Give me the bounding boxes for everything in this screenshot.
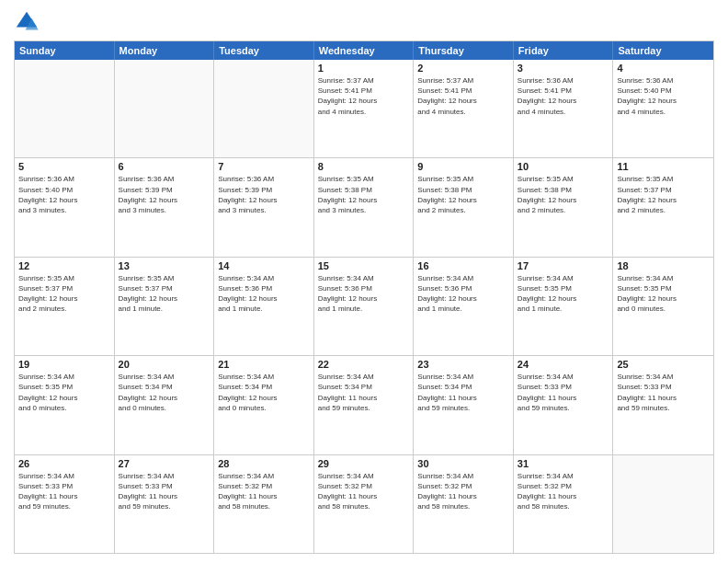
day-info: Sunrise: 5:34 AM Sunset: 5:34 PM Dayligh… [218,372,310,413]
calendar-day-25: 25Sunrise: 5:34 AM Sunset: 5:33 PM Dayli… [613,356,713,454]
calendar-row-5: 26Sunrise: 5:34 AM Sunset: 5:33 PM Dayli… [15,454,713,553]
day-info: Sunrise: 5:36 AM Sunset: 5:40 PM Dayligh… [18,174,110,215]
page: SundayMondayTuesdayWednesdayThursdayFrid… [0,0,728,563]
day-number: 16 [417,260,509,271]
weekday-header-sunday: Sunday [15,41,115,60]
calendar-day-23: 23Sunrise: 5:34 AM Sunset: 5:34 PM Dayli… [414,356,514,454]
day-number: 4 [617,63,710,74]
calendar-day-13: 13Sunrise: 5:35 AM Sunset: 5:37 PM Dayli… [115,258,215,355]
calendar-day-3: 3Sunrise: 5:36 AM Sunset: 5:41 PM Daylig… [514,60,614,157]
calendar-day-10: 10Sunrise: 5:35 AM Sunset: 5:38 PM Dayli… [514,158,614,256]
day-info: Sunrise: 5:34 AM Sunset: 5:32 PM Dayligh… [318,471,410,512]
day-info: Sunrise: 5:34 AM Sunset: 5:33 PM Dayligh… [18,471,110,512]
day-number: 30 [417,458,509,469]
day-number: 3 [518,63,609,74]
day-info: Sunrise: 5:35 AM Sunset: 5:38 PM Dayligh… [318,174,410,215]
day-number: 28 [218,458,310,469]
day-info: Sunrise: 5:34 AM Sunset: 5:36 PM Dayligh… [318,273,410,315]
day-number: 29 [318,458,410,469]
day-number: 27 [119,458,210,469]
logo-icon [14,9,40,35]
day-number: 21 [218,359,310,370]
day-info: Sunrise: 5:36 AM Sunset: 5:39 PM Dayligh… [218,174,310,215]
day-number: 31 [518,458,609,469]
calendar-day-18: 18Sunrise: 5:34 AM Sunset: 5:35 PM Dayli… [613,258,713,355]
calendar-header: SundayMondayTuesdayWednesdayThursdayFrid… [15,41,713,60]
day-info: Sunrise: 5:34 AM Sunset: 5:34 PM Dayligh… [119,372,210,413]
calendar-day-2: 2Sunrise: 5:37 AM Sunset: 5:41 PM Daylig… [414,60,514,157]
calendar-day-8: 8Sunrise: 5:35 AM Sunset: 5:38 PM Daylig… [314,158,415,256]
day-number: 14 [218,260,310,271]
day-number: 11 [617,161,710,172]
logo [14,9,43,35]
calendar-day-6: 6Sunrise: 5:36 AM Sunset: 5:39 PM Daylig… [115,158,215,256]
calendar-day-4: 4Sunrise: 5:36 AM Sunset: 5:40 PM Daylig… [613,60,713,157]
day-number: 22 [318,359,410,370]
day-info: Sunrise: 5:34 AM Sunset: 5:36 PM Dayligh… [417,273,509,315]
day-info: Sunrise: 5:34 AM Sunset: 5:35 PM Dayligh… [18,372,110,413]
day-info: Sunrise: 5:35 AM Sunset: 5:37 PM Dayligh… [617,174,710,215]
calendar-day-14: 14Sunrise: 5:34 AM Sunset: 5:36 PM Dayli… [214,258,314,355]
calendar-day-21: 21Sunrise: 5:34 AM Sunset: 5:34 PM Dayli… [214,356,314,454]
calendar-day-15: 15Sunrise: 5:34 AM Sunset: 5:36 PM Dayli… [314,258,415,355]
calendar-day-24: 24Sunrise: 5:34 AM Sunset: 5:33 PM Dayli… [514,356,614,454]
calendar-empty-cell [15,60,115,157]
weekday-header-saturday: Saturday [613,41,713,60]
weekday-header-thursday: Thursday [414,41,514,60]
day-number: 19 [18,359,110,370]
day-number: 2 [417,63,509,74]
day-info: Sunrise: 5:35 AM Sunset: 5:37 PM Dayligh… [18,273,110,315]
calendar-day-1: 1Sunrise: 5:37 AM Sunset: 5:41 PM Daylig… [314,60,415,157]
calendar-row-4: 19Sunrise: 5:34 AM Sunset: 5:35 PM Dayli… [15,355,713,454]
weekday-header-monday: Monday [115,41,215,60]
day-number: 23 [417,359,509,370]
day-number: 10 [518,161,609,172]
day-info: Sunrise: 5:35 AM Sunset: 5:38 PM Dayligh… [518,174,609,215]
day-number: 8 [318,161,410,172]
day-info: Sunrise: 5:34 AM Sunset: 5:34 PM Dayligh… [417,372,509,413]
calendar-day-22: 22Sunrise: 5:34 AM Sunset: 5:34 PM Dayli… [314,356,415,454]
day-info: Sunrise: 5:34 AM Sunset: 5:33 PM Dayligh… [617,372,710,413]
weekday-header-wednesday: Wednesday [314,41,415,60]
day-info: Sunrise: 5:34 AM Sunset: 5:32 PM Dayligh… [417,471,509,512]
day-info: Sunrise: 5:37 AM Sunset: 5:41 PM Dayligh… [318,75,410,117]
calendar-day-20: 20Sunrise: 5:34 AM Sunset: 5:34 PM Dayli… [115,356,215,454]
day-info: Sunrise: 5:36 AM Sunset: 5:41 PM Dayligh… [518,75,609,117]
day-info: Sunrise: 5:34 AM Sunset: 5:33 PM Dayligh… [119,471,210,512]
weekday-header-friday: Friday [514,41,614,60]
day-number: 6 [119,161,210,172]
calendar-day-30: 30Sunrise: 5:34 AM Sunset: 5:32 PM Dayli… [414,455,514,553]
day-number: 13 [119,260,210,271]
calendar-day-31: 31Sunrise: 5:34 AM Sunset: 5:32 PM Dayli… [514,455,614,553]
calendar-day-26: 26Sunrise: 5:34 AM Sunset: 5:33 PM Dayli… [15,455,115,553]
calendar-day-27: 27Sunrise: 5:34 AM Sunset: 5:33 PM Dayli… [115,455,215,553]
calendar-row-1: 1Sunrise: 5:37 AM Sunset: 5:41 PM Daylig… [15,60,713,157]
day-number: 18 [617,260,710,271]
day-info: Sunrise: 5:34 AM Sunset: 5:36 PM Dayligh… [218,273,310,315]
day-number: 7 [218,161,310,172]
day-info: Sunrise: 5:34 AM Sunset: 5:35 PM Dayligh… [617,273,710,315]
calendar-row-3: 12Sunrise: 5:35 AM Sunset: 5:37 PM Dayli… [15,257,713,355]
calendar: SundayMondayTuesdayWednesdayThursdayFrid… [14,40,714,554]
calendar-day-12: 12Sunrise: 5:35 AM Sunset: 5:37 PM Dayli… [15,258,115,355]
calendar-day-17: 17Sunrise: 5:34 AM Sunset: 5:35 PM Dayli… [514,258,614,355]
day-info: Sunrise: 5:35 AM Sunset: 5:37 PM Dayligh… [119,273,210,315]
day-number: 9 [417,161,509,172]
header [14,9,714,35]
calendar-day-28: 28Sunrise: 5:34 AM Sunset: 5:32 PM Dayli… [214,455,314,553]
calendar-day-5: 5Sunrise: 5:36 AM Sunset: 5:40 PM Daylig… [15,158,115,256]
day-number: 1 [318,63,410,74]
weekday-header-tuesday: Tuesday [214,41,314,60]
calendar-day-19: 19Sunrise: 5:34 AM Sunset: 5:35 PM Dayli… [15,356,115,454]
calendar-body: 1Sunrise: 5:37 AM Sunset: 5:41 PM Daylig… [15,60,713,553]
day-number: 5 [18,161,110,172]
day-info: Sunrise: 5:34 AM Sunset: 5:34 PM Dayligh… [318,372,410,413]
day-number: 26 [18,458,110,469]
calendar-empty-cell [214,60,314,157]
day-info: Sunrise: 5:35 AM Sunset: 5:38 PM Dayligh… [417,174,509,215]
calendar-day-11: 11Sunrise: 5:35 AM Sunset: 5:37 PM Dayli… [613,158,713,256]
calendar-empty-cell [613,455,713,553]
day-number: 17 [518,260,609,271]
day-number: 12 [18,260,110,271]
day-info: Sunrise: 5:34 AM Sunset: 5:33 PM Dayligh… [518,372,609,413]
